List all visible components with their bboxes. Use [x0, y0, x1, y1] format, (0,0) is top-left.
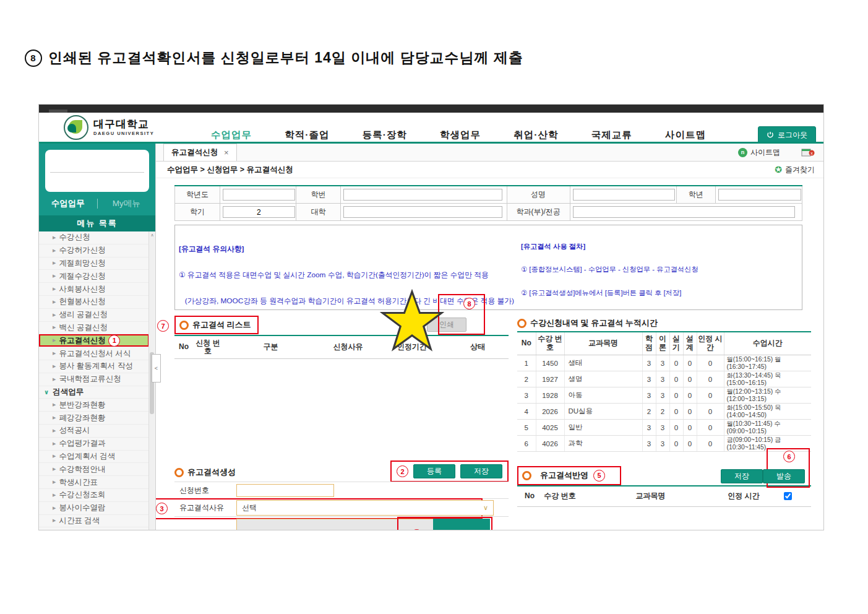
- sidebar-item-student-timetable[interactable]: ▶학생시간표: [39, 476, 149, 489]
- nav-records-graduation[interactable]: 학적·졸업: [285, 129, 329, 142]
- save-button[interactable]: 저장: [460, 464, 502, 478]
- app-window: 대구대학교 DAEGU UNIVERSITY 수업업무 학적·졸업 등록·장학 …: [38, 104, 824, 530]
- tab-bar: 유고결석신청 × n 사이트맵 x: [156, 144, 823, 162]
- sidebar-item-seasonal-hope[interactable]: ▶계절희망신청: [39, 257, 149, 270]
- label-academic-year: 학년도: [175, 186, 220, 204]
- col-recognized-time: 인정 시간: [723, 486, 764, 507]
- reason-textarea[interactable]: [236, 519, 442, 530]
- nav-international[interactable]: 국제교류: [591, 129, 632, 142]
- sidebar-item-vaccine-absence[interactable]: ▶백신 공결신청: [39, 322, 149, 335]
- scroll-up-icon[interactable]: ∧: [149, 231, 155, 239]
- table-header-row: No 수강 번호 교과목명 학 점 이 론 실 기 설 계 인정 시간 수업시간: [517, 332, 811, 355]
- triangle-icon: ▶: [53, 441, 56, 446]
- college-input[interactable]: [343, 206, 502, 218]
- sidebar-item-service-plan[interactable]: ▶봉사 활동계획서 작성: [39, 360, 149, 373]
- triangle-icon: ▶: [53, 364, 56, 369]
- label-reason-type: 유고결석사유: [174, 503, 236, 513]
- triangle-icon: ▶: [53, 518, 56, 523]
- register-button[interactable]: 등록: [413, 464, 455, 478]
- register-save-box: 2 등록 저장: [390, 460, 509, 482]
- triangle-icon: ▶: [53, 415, 56, 420]
- page-title-text: 인쇄된 유고결석확인서를 신청일로부터 14일 이내에 담당교수님께 제출: [48, 48, 523, 67]
- sidebar-item-service-record[interactable]: ▶봉사이수열람: [39, 502, 149, 515]
- student-no-input[interactable]: [343, 189, 502, 201]
- triangle-icon: ▶: [53, 351, 56, 356]
- sidebar-item-course-permission[interactable]: ▶수강허가신청: [39, 244, 149, 257]
- select-all-checkbox[interactable]: [784, 492, 792, 500]
- student-info-form: 학년도 학번 성명 학년 학기 대학 학과(부)/전공: [174, 185, 802, 221]
- col-no: No: [517, 486, 542, 507]
- academic-year-input[interactable]: [223, 189, 295, 201]
- triangle-icon: ▶: [53, 274, 56, 279]
- semester-input[interactable]: [223, 206, 295, 218]
- circled-number-8: 8: [25, 50, 42, 67]
- sidebar-item-menstrual-absence[interactable]: ▶생리 공결신청: [39, 309, 149, 322]
- absence-list-empty-body: [174, 359, 509, 463]
- annotation-6: 6: [783, 451, 795, 462]
- sidebar-item-social-service[interactable]: ▶사회봉사신청: [39, 283, 149, 296]
- table-row: 21927생명33000화(13:30~14:45) 목(15:00~16:15…: [517, 371, 811, 387]
- sidebar-item-absence-form[interactable]: ▶유고결석신청서 서식: [39, 347, 149, 360]
- sidebar-item-syllabus-search[interactable]: ▶수업계획서 검색: [39, 451, 149, 464]
- logo-subtitle: DAEGU UNIVERSITY: [93, 131, 154, 136]
- col-no: No: [174, 335, 193, 359]
- col-course-name: 교과목명: [578, 486, 723, 507]
- university-logo: 대구대학교 DAEGU UNIVERSITY: [64, 115, 154, 140]
- absence-apply-title: 유고결석반영: [540, 470, 588, 481]
- sidebar-item-course-overview[interactable]: ▶교과목개요(교과): [39, 527, 149, 530]
- triangle-icon: ▶: [53, 313, 56, 318]
- sidebar-item-seasonal-course[interactable]: ▶계절수강신청: [39, 270, 149, 283]
- table-row: 42026DU실용22000화(15:00~15:50) 목(14:00~14:…: [517, 404, 811, 420]
- nav-course-work[interactable]: 수업업무: [211, 129, 252, 142]
- annotation-5: 5: [593, 470, 605, 482]
- sidebar-item-course-request[interactable]: ▶수강신청: [39, 231, 149, 244]
- label-name: 성명: [507, 186, 570, 204]
- sidebar-tab-my-menu[interactable]: My메뉴: [98, 198, 156, 209]
- sidebar-section-search[interactable]: ∨검색업무: [39, 386, 149, 399]
- sidebar-item-class-status[interactable]: ▶분반강좌현황: [39, 399, 149, 412]
- nav-student-affairs[interactable]: 학생업무: [440, 129, 481, 142]
- evidence-button[interactable]: 증빙서류: [433, 519, 490, 530]
- sidebar-collapse-handle[interactable]: <: [152, 354, 161, 383]
- sitemap-link[interactable]: n 사이트맵: [738, 147, 780, 158]
- content-area: 유고결석신청 × n 사이트맵 x 수업업무 > 신청업무 > 유고결석신청 ✪…: [155, 144, 823, 530]
- browser-top-strip: [39, 105, 823, 113]
- triangle-icon: ▶: [53, 454, 56, 459]
- name-input[interactable]: [573, 189, 675, 201]
- chevron-down-icon: ∨: [44, 389, 49, 396]
- tab-absence-request[interactable]: 유고결석신청 ×: [163, 144, 237, 161]
- logout-button[interactable]: 로그아웃: [758, 126, 816, 144]
- nav-employment[interactable]: 취업·산학: [513, 129, 558, 142]
- dept-input[interactable]: [573, 206, 796, 218]
- absence-apply-table: No 수강 번호 교과목명 인정 시간: [517, 485, 811, 507]
- label-reason: 신청사유: [174, 530, 236, 530]
- reason-type-select[interactable]: 선택 ∨: [236, 500, 494, 516]
- app-header: 대구대학교 DAEGU UNIVERSITY 수업업무 학적·졸업 등록·장학 …: [39, 113, 823, 142]
- request-no-input[interactable]: [236, 484, 334, 497]
- nav-sitemap[interactable]: 사이트맵: [665, 129, 706, 142]
- sidebar-tab-course-work[interactable]: 수업업무: [39, 198, 97, 209]
- sidebar-item-grade-posting[interactable]: ▶성적공시: [39, 425, 149, 438]
- grade-input[interactable]: [718, 189, 801, 201]
- sidebar-item-class-eval[interactable]: ▶수업평가결과: [39, 438, 149, 451]
- sidebar-item-credit-guide[interactable]: ▶수강학점안내: [39, 463, 149, 476]
- apply-save-button[interactable]: 저장: [721, 469, 763, 483]
- print-annotation-box: 8: [438, 294, 485, 335]
- label-dept: 학과(부)/전공: [507, 204, 570, 221]
- window-close-icon[interactable]: x: [801, 147, 815, 157]
- col-period: 인정기간: [377, 335, 447, 359]
- sidebar-item-blood-donation[interactable]: ▶헌혈봉사신청: [39, 296, 149, 309]
- sitemap-icon: n: [738, 148, 747, 157]
- close-icon[interactable]: ×: [224, 148, 229, 157]
- favorite-link[interactable]: ✪즐겨찾기: [775, 165, 815, 175]
- apply-title-box: 유고결석반영 5: [517, 466, 621, 485]
- sidebar-item-domestic-credit[interactable]: ▶국내학점교류신청: [39, 373, 149, 386]
- sidebar-item-absence-request[interactable]: ▶유고결석신청1: [39, 334, 149, 347]
- sidebar-item-closed-course[interactable]: ▶폐강강좌현황: [39, 412, 149, 425]
- send-button[interactable]: 발송: [763, 469, 805, 483]
- sidebar-item-enrollment-lookup[interactable]: ▶수강신청조회: [39, 489, 149, 502]
- col-course-no: 수강 번호: [542, 486, 578, 507]
- notice-procedure: [유고결석 사용 절차] ① [종합정보시스템] - 수업업무 - 신청업무 -…: [521, 228, 799, 309]
- sidebar-item-timetable-search[interactable]: ▶시간표 검색: [39, 515, 149, 528]
- nav-registration-scholarship[interactable]: 등록·장학: [363, 129, 407, 142]
